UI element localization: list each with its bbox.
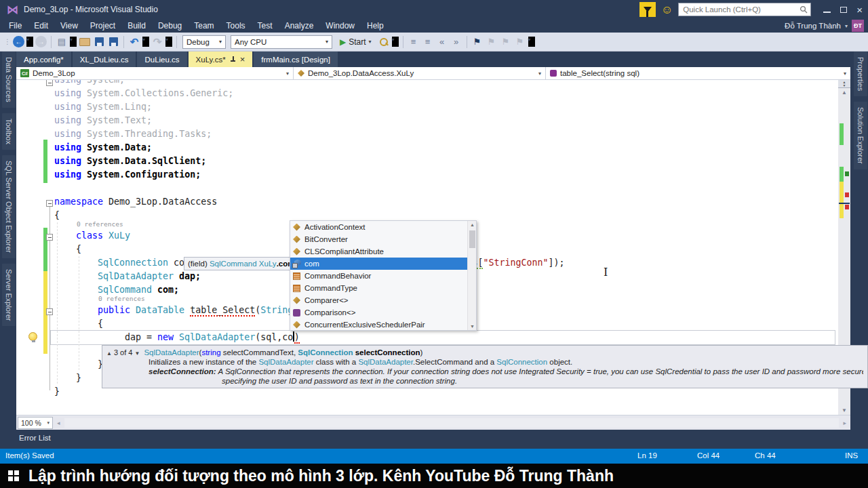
tab-app-config-[interactable]: App.config* (16, 52, 71, 67)
new-item-dropdown-icon[interactable]: ▾ (70, 37, 77, 47)
quick-launch-input[interactable] (682, 5, 800, 14)
outline-guide-line (50, 205, 50, 390)
horizontal-scrollbar[interactable] (64, 418, 840, 428)
completion-item-bitconverter[interactable]: BitConverter (290, 233, 476, 245)
completion-item-commandbehavior[interactable]: CommandBehavior (290, 270, 476, 282)
code-token: dap = (125, 332, 157, 342)
visual-studio-logo-icon: ⋈ (7, 3, 18, 17)
minimize-button[interactable] (823, 12, 831, 13)
comment-icon[interactable]: ≡ (408, 35, 420, 49)
sidebar-tab-data-sources[interactable]: Data Sources (2, 52, 16, 108)
navigate-forward-icon[interactable]: → (35, 36, 47, 47)
menu-test[interactable]: Test (252, 20, 279, 32)
menu-help[interactable]: Help (361, 20, 390, 32)
error-list-tab[interactable]: Error List (19, 434, 51, 442)
scroll-up-icon[interactable]: ▲ (838, 89, 850, 96)
bookmark-icon[interactable]: ⚑ (471, 35, 484, 49)
sidebar-tab-server-explorer[interactable]: Server Explorer (2, 264, 16, 326)
signature-prev-icon[interactable]: ▲ (106, 350, 112, 357)
undo-dropdown-icon[interactable]: ▾ (142, 37, 149, 47)
close-tab-icon[interactable]: × (240, 55, 245, 64)
menu-build[interactable]: Build (121, 20, 152, 32)
breadcrumb-project-dropdown[interactable]: C# Demo_3Lop ▾ (16, 67, 294, 79)
undo-icon[interactable]: ↶ (128, 35, 140, 49)
completion-item-comparer-[interactable]: Comparer<> (290, 294, 476, 306)
completion-item-concurrentexclusiveschedulerpair[interactable]: ConcurrentExclusiveSchedulerPair (290, 319, 476, 331)
navigate-back-icon[interactable]: ← (13, 36, 24, 47)
feedback-smiley-icon[interactable]: ☺ (661, 4, 673, 16)
menu-edit[interactable]: Edit (28, 20, 54, 32)
code-line: using System.Collections.Generic; (54, 87, 233, 100)
restore-button[interactable] (840, 7, 847, 13)
uncomment-icon[interactable]: ≡ (422, 35, 434, 49)
user-area[interactable]: Đỗ Trung Thành ▾ ĐT (785, 19, 864, 33)
toolbar-overflow-icon[interactable]: ▾ (392, 37, 399, 47)
completion-item-activationcontext[interactable]: ActivationContext (290, 221, 476, 233)
toolbar-separator (123, 36, 124, 48)
solution-configurations-dropdown[interactable]: Debug▾ (182, 35, 226, 49)
collapse-toggle-icon[interactable] (46, 234, 53, 241)
scroll-down-icon[interactable]: ▼ (838, 407, 850, 413)
new-item-icon[interactable]: ▤ (56, 35, 68, 49)
redo-dropdown-icon[interactable]: ▾ (165, 37, 172, 47)
menu-tools[interactable]: Tools (220, 20, 252, 32)
open-folder-icon[interactable] (79, 35, 91, 49)
collapse-toggle-icon[interactable] (46, 308, 53, 315)
completion-item-clscompliantattribute[interactable]: CLSCompliantAttribute (290, 245, 476, 258)
menu-analyze[interactable]: Analyze (279, 20, 320, 32)
decrease-indent-icon[interactable]: « (436, 35, 448, 49)
collapse-toggle-icon[interactable] (46, 200, 53, 207)
tab-xuly-cs-[interactable]: XuLy.cs*× (189, 52, 253, 67)
completion-label: BitConverter (304, 235, 348, 243)
code-line: using System; (54, 80, 125, 87)
sidebar-tab-properties[interactable]: Properties (854, 52, 867, 96)
splitter-handle[interactable]: ▲▼ (838, 80, 850, 88)
tab-dulieu-cs[interactable]: DuLieu.cs (137, 52, 186, 67)
signature-next-icon[interactable]: ▼ (134, 350, 140, 357)
toolbar-overflow2-icon[interactable]: ▾ (528, 37, 535, 47)
sidebar-tab-sql-server-object-explorer[interactable]: SQL Server Object Explorer (2, 155, 16, 258)
menu-project[interactable]: Project (84, 20, 121, 32)
pin-icon[interactable] (230, 56, 236, 63)
start-debug-button[interactable]: ▶Start▾ (336, 35, 376, 49)
save-all-icon[interactable] (107, 35, 119, 49)
play-icon: ▶ (340, 37, 346, 47)
find-icon[interactable] (378, 35, 390, 49)
completion-item-com[interactable]: com (290, 258, 476, 270)
breadcrumb-type-dropdown[interactable]: Demo_3Lop.DataAccess.XuLy ▾ (294, 67, 546, 79)
completion-item-comparison-[interactable]: Comparison<> (290, 306, 476, 319)
prev-bookmark-icon[interactable]: ⚑ (486, 35, 498, 49)
scrollbar-thumb[interactable] (469, 230, 475, 248)
zoom-selector[interactable]: 100 % ▾ (18, 417, 53, 429)
completion-item-commandtype[interactable]: CommandType (290, 282, 476, 294)
tab-xl-dulieu-cs[interactable]: XL_DuLieu.cs (73, 52, 136, 67)
sidebar-tab-solution-explorer[interactable]: Solution Explorer (854, 102, 867, 169)
menu-window[interactable]: Window (319, 20, 361, 32)
code-token: (field) (188, 260, 210, 268)
menu-debug[interactable]: Debug (152, 20, 188, 32)
next-bookmark-icon[interactable]: ⚑ (500, 35, 512, 49)
scroll-down-icon[interactable]: ▼ (468, 324, 477, 329)
clear-bookmarks-icon[interactable]: ⚑ (514, 35, 526, 49)
feedback-filter-icon[interactable] (639, 2, 656, 17)
scroll-right-icon[interactable]: ▸ (843, 420, 846, 426)
menu-team[interactable]: Team (188, 20, 220, 32)
navigate-back-dropdown-icon[interactable]: ▾ (26, 37, 33, 47)
chevron-down-icon: ▾ (47, 420, 50, 426)
increase-indent-icon[interactable]: » (450, 35, 462, 49)
tab-label: frmMain.cs [Design] (261, 56, 330, 64)
lightbulb-icon[interactable] (28, 332, 37, 341)
tab-frmmain-cs-design-[interactable]: frmMain.cs [Design] (254, 52, 338, 67)
close-button[interactable]: × (856, 5, 863, 15)
sidebar-tab-toolbox[interactable]: Toolbox (2, 113, 16, 150)
breadcrumb-member-dropdown[interactable]: table_Select(string sql) ▾ (546, 67, 850, 79)
menu-file[interactable]: File (3, 20, 28, 32)
scroll-left-icon[interactable]: ◂ (57, 420, 60, 426)
collapse-toggle-icon[interactable] (46, 80, 53, 86)
solution-platforms-dropdown[interactable]: Any CPU▾ (231, 35, 332, 49)
scroll-up-icon[interactable]: ▲ (468, 222, 477, 227)
popup-scrollbar[interactable]: ▲ ▼ (467, 221, 476, 330)
redo-icon[interactable]: ↷ (151, 35, 163, 49)
menu-view[interactable]: View (54, 20, 84, 32)
save-icon[interactable] (93, 35, 105, 49)
